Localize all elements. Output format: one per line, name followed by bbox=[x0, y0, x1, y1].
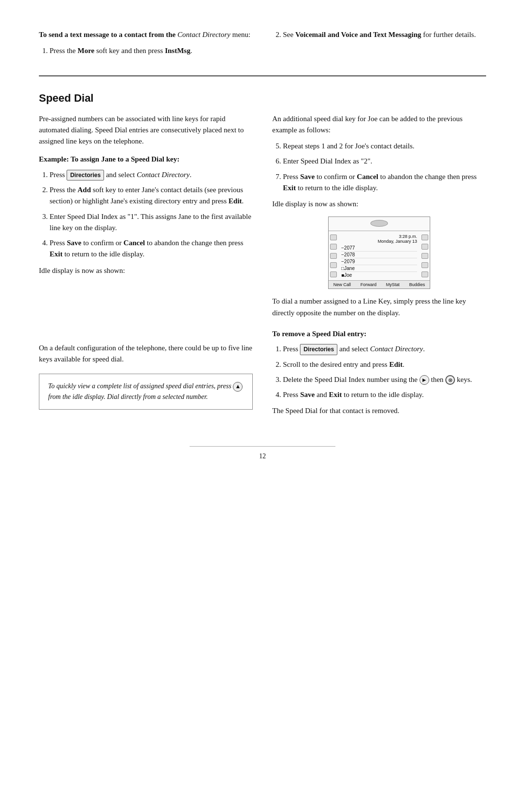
phone-top bbox=[329, 217, 430, 231]
phone-display: 3:28 p.m. Monday, January 13 −2077 −2078… bbox=[328, 217, 430, 289]
top-step-1: Press the More soft key and then press I… bbox=[50, 45, 253, 56]
phone-btn-3[interactable] bbox=[330, 253, 337, 259]
page-number: 12 bbox=[259, 452, 266, 460]
phone-time: 3:28 p.m. Monday, January 13 bbox=[341, 233, 417, 245]
delete-icon: ⊗ bbox=[445, 375, 455, 385]
edit-label-1: Edit bbox=[228, 197, 242, 205]
right-arrow-icon: ► bbox=[420, 375, 429, 385]
top-right-steps: See Voicemail and Voice and Text Messagi… bbox=[283, 29, 486, 40]
up-arrow-icon: ▲ bbox=[233, 382, 243, 392]
phone-btn-2[interactable] bbox=[330, 244, 337, 250]
right-step-7: Press Save to confirm or Cancel to aband… bbox=[283, 171, 486, 194]
top-step-2: See Voicemail and Voice and Text Messagi… bbox=[283, 29, 486, 40]
save-label-2: Save bbox=[300, 173, 315, 180]
exit-label-3: Exit bbox=[329, 391, 342, 398]
phone-entry-2: −2078 bbox=[341, 252, 417, 258]
top-left-heading: To send a text message to a contact from… bbox=[39, 29, 253, 40]
right-step-6: Enter Speed Dial Index as "2". bbox=[283, 156, 486, 167]
phone-rbtn-1[interactable] bbox=[421, 235, 428, 240]
phone-entry-1: −2077 bbox=[341, 245, 417, 252]
remove-step-2: Scroll to the desired entry and press Ed… bbox=[283, 359, 486, 370]
contact-dir-label-2: Contact Directory bbox=[370, 345, 423, 353]
add-label: Add bbox=[78, 186, 91, 194]
right-intro-text: An additional speed dial key for Joe can… bbox=[272, 113, 486, 136]
phone-screen: 3:28 p.m. Monday, January 13 −2077 −2078… bbox=[338, 231, 420, 280]
directories-btn-1[interactable]: Directories bbox=[67, 170, 104, 181]
idle-display-label-right: Idle display is now as shown: bbox=[272, 198, 486, 210]
right-step-5: Repeat steps 1 and 2 for Joe's contact d… bbox=[283, 141, 486, 152]
phone-entry-5: ■Joe bbox=[341, 272, 417, 278]
phone-btn-4[interactable] bbox=[330, 262, 337, 268]
softkey-1[interactable]: New Call bbox=[333, 282, 351, 287]
left-column: Pre-assigned numbers can be associated w… bbox=[39, 113, 253, 422]
speed-dial-title: Speed Dial bbox=[39, 92, 486, 105]
cancel-label-1: Cancel bbox=[123, 239, 145, 247]
save-label-1: Save bbox=[67, 239, 81, 247]
softkey-4[interactable]: Buddies bbox=[409, 282, 425, 287]
more-label: More bbox=[78, 47, 95, 54]
contact-dir-label-1: Contact Directory bbox=[137, 171, 190, 179]
dial-info-text: To dial a number assigned to a Line Key,… bbox=[272, 296, 486, 319]
phone-right-buttons bbox=[420, 231, 430, 280]
default-config-text: On a default configuration of the teleph… bbox=[39, 343, 253, 365]
top-section: To send a text message to a contact from… bbox=[39, 29, 486, 76]
phone-line-buttons bbox=[329, 231, 338, 280]
phone-btn-5[interactable] bbox=[330, 271, 337, 277]
edit-label-2: Edit bbox=[389, 361, 403, 368]
remove-steps-list: Press Directories and select Contact Dir… bbox=[283, 343, 486, 400]
note-box: To quickly view a complete list of assig… bbox=[39, 374, 253, 409]
phone-entry-3: −2079 bbox=[341, 258, 417, 265]
phone-rows: 3:28 p.m. Monday, January 13 −2077 −2078… bbox=[329, 231, 430, 280]
remove-step-1: Press Directories and select Contact Dir… bbox=[283, 343, 486, 355]
phone-softkeys: New Call Forward MyStat Buddies bbox=[329, 280, 430, 289]
right-steps-list: Repeat steps 1 and 2 for Joe's contact d… bbox=[283, 141, 486, 194]
heading-bold-part: To send a text message to a contact from… bbox=[39, 31, 175, 38]
cancel-label-2: Cancel bbox=[357, 173, 378, 180]
main-two-col: Pre-assigned numbers can be associated w… bbox=[39, 113, 486, 422]
exit-label-2: Exit bbox=[283, 184, 296, 192]
top-right-column: See Voicemail and Voice and Text Messagi… bbox=[272, 29, 486, 62]
left-phone-placeholder bbox=[39, 279, 253, 343]
save-label-3: Save bbox=[300, 391, 315, 398]
left-steps-list: Press Directories and select Contact Dir… bbox=[50, 169, 253, 260]
phone-rbtn-5[interactable] bbox=[421, 271, 428, 277]
intro-text: Pre-assigned numbers can be associated w… bbox=[39, 113, 253, 147]
remove-step-4: Press Save and Exit to return to the idl… bbox=[283, 389, 486, 400]
phone-speaker bbox=[370, 220, 388, 227]
page-footer: 12 bbox=[190, 446, 335, 460]
left-step-3: Enter Speed Dial Index as "1". This assi… bbox=[50, 211, 253, 234]
left-step-1: Press Directories and select Contact Dir… bbox=[50, 169, 253, 181]
voicemail-label: Voicemail and Voice and Text Messaging bbox=[295, 31, 421, 38]
speed-dial-section: Speed Dial Pre-assigned numbers can be a… bbox=[39, 92, 486, 422]
phone-rbtn-2[interactable] bbox=[421, 244, 428, 250]
softkey-2[interactable]: Forward bbox=[360, 282, 376, 287]
left-step-2: Press the Add soft key to enter Jane's c… bbox=[50, 184, 253, 207]
phone-btn-1[interactable] bbox=[330, 235, 337, 240]
left-step-4: Press Save to confirm or Cancel to aband… bbox=[50, 237, 253, 260]
top-left-column: To send a text message to a contact from… bbox=[39, 29, 253, 62]
top-left-steps: Press the More soft key and then press I… bbox=[50, 45, 253, 56]
phone-rbtn-3[interactable] bbox=[421, 253, 428, 259]
example-heading: Example: To assign Jane to a Speed Dial … bbox=[39, 154, 253, 165]
heading-end-part: menu: bbox=[232, 31, 251, 38]
directories-btn-2[interactable]: Directories bbox=[300, 344, 337, 355]
idle-display-label-left: Idle display is now as shown: bbox=[39, 265, 253, 276]
instmsg-label: InstMsg bbox=[165, 47, 191, 54]
heading-italic-part: Contact Directory bbox=[177, 31, 230, 38]
remove-step-3: Delete the Speed Dial Index number using… bbox=[283, 374, 486, 385]
softkey-3[interactable]: MyStat bbox=[386, 282, 400, 287]
exit-label-1: Exit bbox=[50, 250, 63, 258]
phone-entry-4: □Jane bbox=[341, 265, 417, 272]
remove-end-text: The Speed Dial for that contact is remov… bbox=[272, 405, 486, 416]
phone-rbtn-4[interactable] bbox=[421, 262, 428, 268]
right-column: An additional speed dial key for Joe can… bbox=[272, 113, 486, 422]
remove-heading: To remove a Speed Dial entry: bbox=[272, 328, 486, 340]
note-text-2: from the idle display. Dial directly fro… bbox=[48, 393, 208, 400]
note-text-1: To quickly view a complete list of assig… bbox=[48, 382, 231, 390]
